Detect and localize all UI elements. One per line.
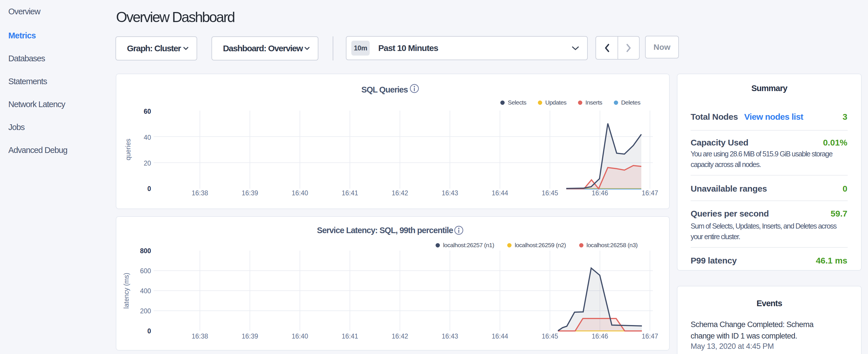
svg-text:16:40: 16:40: [292, 189, 308, 197]
svg-text:16:46: 16:46: [592, 332, 608, 340]
svg-text:16:38: 16:38: [192, 189, 208, 197]
svg-text:16:42: 16:42: [392, 332, 408, 340]
svg-text:600: 600: [140, 267, 151, 275]
svg-text:16:38: 16:38: [192, 332, 208, 340]
svg-text:40: 40: [144, 134, 151, 141]
svg-text:0: 0: [147, 185, 151, 192]
svg-text:latency (ms): latency (ms): [123, 273, 130, 309]
svg-text:200: 200: [140, 307, 151, 315]
svg-text:16:39: 16:39: [242, 332, 258, 340]
svg-text:16:41: 16:41: [342, 189, 358, 197]
svg-text:queries: queries: [124, 139, 132, 160]
svg-text:16:45: 16:45: [541, 189, 558, 197]
svg-text:16:43: 16:43: [442, 189, 458, 197]
svg-text:16:47: 16:47: [642, 189, 658, 197]
svg-text:0: 0: [147, 327, 151, 335]
svg-text:16:47: 16:47: [642, 332, 658, 340]
svg-text:16:44: 16:44: [492, 189, 508, 197]
svg-text:60: 60: [144, 108, 151, 115]
svg-text:16:42: 16:42: [392, 189, 408, 197]
svg-text:16:46: 16:46: [592, 189, 608, 197]
svg-text:16:44: 16:44: [492, 332, 508, 340]
svg-text:16:40: 16:40: [292, 332, 308, 340]
svg-text:16:43: 16:43: [442, 332, 458, 340]
svg-text:16:41: 16:41: [342, 332, 358, 340]
svg-text:16:45: 16:45: [541, 332, 558, 340]
svg-text:20: 20: [144, 160, 151, 167]
svg-text:400: 400: [140, 287, 151, 295]
svg-text:16:39: 16:39: [242, 189, 258, 197]
svg-text:800: 800: [140, 247, 151, 255]
